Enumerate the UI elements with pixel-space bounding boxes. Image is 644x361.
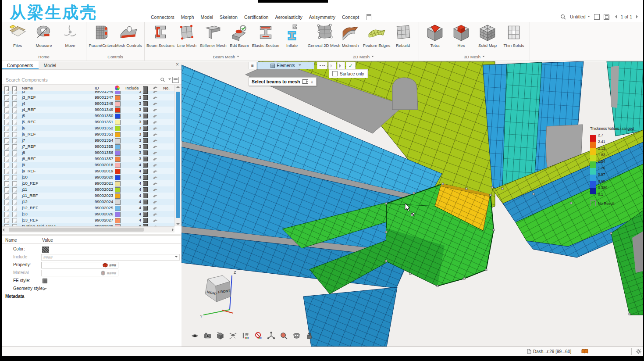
table-row[interactable]: j9_REF 99002019 4 bbox=[2, 168, 174, 174]
ribbon-tab[interactable]: Axisymmetry bbox=[309, 14, 335, 20]
color-swatch[interactable] bbox=[115, 181, 121, 186]
view-tool-icon[interactable] bbox=[228, 331, 237, 340]
component-name[interactable]: j13 bbox=[22, 211, 28, 216]
ribbon-button[interactable]: Move bbox=[57, 22, 83, 54]
prop-row-metadata[interactable]: Metadata bbox=[2, 293, 181, 300]
table-row[interactable]: j5_REF 99001351 3 bbox=[2, 119, 174, 125]
component-name[interactable]: j12 bbox=[22, 199, 28, 204]
color-swatch[interactable] bbox=[115, 163, 121, 168]
beam-lower-face[interactable] bbox=[303, 287, 397, 347]
table-row[interactable]: j7 99001354 3 bbox=[2, 137, 174, 143]
color-swatch[interactable] bbox=[115, 169, 121, 174]
geom-style-icon[interactable] bbox=[153, 120, 158, 125]
geom-style-icon[interactable] bbox=[153, 175, 158, 180]
ribbon-group-label[interactable]: 2D Mesh bbox=[311, 54, 416, 61]
color-swatch[interactable] bbox=[115, 144, 121, 150]
color-swatch[interactable] bbox=[115, 101, 121, 107]
active-model-indicator[interactable]: Dash...r.29 [99...60] bbox=[527, 349, 571, 354]
prop-row-property[interactable]: Property: ### bbox=[2, 261, 181, 268]
view-tool-icon[interactable] bbox=[279, 331, 288, 340]
scroll-left-icon[interactable] bbox=[3, 228, 4, 232]
ribbon-button[interactable]: Edit Beam bbox=[226, 22, 253, 54]
table-row[interactable]: j4_REF 99001349 3 bbox=[2, 107, 174, 113]
geom-style-icon[interactable] bbox=[153, 126, 158, 131]
geom-style-column-icon[interactable] bbox=[153, 86, 158, 90]
table-row[interactable]: j10_REF 99002021 4 bbox=[2, 180, 174, 186]
color-swatch[interactable] bbox=[115, 126, 121, 131]
color-swatch[interactable] bbox=[115, 175, 121, 180]
component-name[interactable]: j9 bbox=[22, 162, 25, 167]
color-column-icon[interactable] bbox=[115, 86, 120, 90]
geom-style-icon[interactable] bbox=[153, 163, 158, 168]
next-page-icon[interactable] bbox=[636, 15, 640, 18]
viewport-3d-scene[interactable] bbox=[181, 61, 643, 347]
ribbon-tab[interactable]: Connectors bbox=[151, 14, 174, 20]
geom-style-icon[interactable] bbox=[153, 114, 158, 119]
component-name[interactable]: j6_REF bbox=[22, 132, 36, 136]
tab-model[interactable]: Model bbox=[39, 61, 62, 69]
component-name[interactable]: j4_REF bbox=[22, 107, 36, 112]
prompt-video-icon[interactable] bbox=[302, 79, 308, 84]
color-swatch[interactable] bbox=[115, 212, 121, 217]
view-tool-icon[interactable] bbox=[292, 331, 301, 340]
component-name[interactable]: j3 bbox=[22, 91, 25, 93]
scrollbar-thumb[interactable] bbox=[9, 228, 144, 232]
component-name[interactable]: j5_REF bbox=[22, 119, 36, 124]
color-swatch[interactable] bbox=[115, 150, 121, 156]
geom-style-icon[interactable] bbox=[153, 194, 158, 199]
table-row[interactable]: j11 99002022 4 bbox=[2, 186, 174, 193]
color-swatch[interactable] bbox=[115, 206, 121, 211]
color-swatch[interactable] bbox=[115, 107, 121, 113]
geom-style-icon[interactable] bbox=[153, 206, 158, 211]
search-options-chevron-icon[interactable] bbox=[168, 79, 171, 81]
ribbon-button[interactable]: Solid Map bbox=[474, 22, 501, 54]
view-tool-icon[interactable] bbox=[305, 331, 313, 340]
prop-row-fe-style[interactable]: FE style: bbox=[2, 277, 181, 284]
table-row[interactable]: j11_REF 99002023 4 bbox=[2, 193, 174, 199]
scroll-down-icon[interactable] bbox=[176, 223, 180, 225]
table-row[interactable]: j13 99002026 4 bbox=[2, 211, 174, 217]
prop-row-geometry-style[interactable]: Geometry style: bbox=[2, 285, 181, 292]
geom-style-value-icon[interactable] bbox=[42, 287, 48, 291]
component-name[interactable]: j6 bbox=[22, 125, 25, 130]
ribbon-button[interactable]: Files bbox=[4, 22, 31, 54]
geom-style-icon[interactable] bbox=[153, 169, 158, 174]
ribbon-tab[interactable]: Skeleton bbox=[220, 14, 238, 20]
ribbon-button[interactable]: Beam Sections bbox=[147, 22, 174, 54]
graphics-viewport[interactable]: ≡ Elements ✓ Surface only Select beams t… bbox=[181, 61, 643, 347]
color-swatch[interactable] bbox=[115, 91, 121, 94]
view-tool-icon[interactable] bbox=[241, 331, 250, 340]
ribbon-button[interactable]: Measure bbox=[31, 22, 57, 54]
prop-row-include[interactable]: Include #### bbox=[2, 254, 181, 261]
color-value-swatch[interactable] bbox=[42, 247, 49, 253]
surface-only-checkbox[interactable] bbox=[332, 71, 338, 76]
double-chevron-down-icon[interactable]: ⌄⌄ bbox=[310, 80, 313, 83]
ribbon-button[interactable]: Midmesh bbox=[337, 22, 363, 54]
ribbon-button[interactable]: Rebuild bbox=[390, 22, 416, 54]
component-name[interactable]: j11_REF bbox=[22, 193, 38, 198]
surface-only-option[interactable]: Surface only bbox=[329, 69, 368, 78]
ribbon-tab[interactable]: Aeroelasticity bbox=[275, 14, 302, 20]
ribbon-button[interactable]: Hex bbox=[448, 22, 474, 54]
component-name[interactable]: j8 bbox=[22, 150, 25, 155]
header-name[interactable]: Name bbox=[22, 86, 33, 90]
geom-style-icon[interactable] bbox=[153, 139, 158, 143]
ribbon-group-label[interactable]: 3D Mesh bbox=[422, 54, 527, 61]
scroll-right-icon[interactable] bbox=[172, 228, 174, 232]
ribbon-button[interactable]: Mesh Controls bbox=[115, 22, 142, 54]
more-options-button[interactable] bbox=[317, 62, 327, 69]
ribbon-button[interactable]: General 2D Mesh bbox=[311, 22, 337, 54]
geom-style-icon[interactable] bbox=[153, 151, 158, 156]
view-tool-icon[interactable] bbox=[254, 331, 263, 340]
ribbon-button[interactable]: Elastic Section bbox=[253, 22, 279, 54]
component-name[interactable]: j10_REF bbox=[22, 181, 38, 186]
color-swatch[interactable] bbox=[115, 200, 121, 205]
header-include[interactable]: Include bbox=[125, 86, 139, 90]
ribbon-button[interactable]: Line Mesh bbox=[174, 22, 200, 54]
pin-icon[interactable] bbox=[366, 14, 371, 20]
geom-style-icon[interactable] bbox=[153, 157, 158, 162]
component-name[interactable]: j3_REF bbox=[22, 95, 36, 100]
geom-style-icon[interactable] bbox=[153, 188, 158, 193]
component-name[interactable]: j13_REF bbox=[22, 218, 38, 222]
geom-style-icon[interactable] bbox=[153, 200, 158, 205]
